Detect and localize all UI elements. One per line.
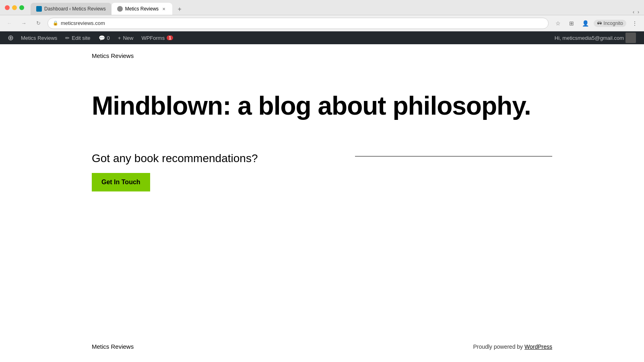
- edit-site-label: Edit site: [72, 35, 90, 41]
- url-text: meticsreviews.com: [61, 20, 105, 26]
- chevron-right-icon: ›: [638, 9, 639, 15]
- wp-site-name-label: Metics Reviews: [21, 35, 57, 41]
- minimize-window-button[interactable]: [12, 5, 17, 10]
- wpforms-badge: 1: [167, 35, 173, 40]
- close-window-button[interactable]: [5, 5, 10, 10]
- profile-icon[interactable]: 👤: [580, 18, 590, 29]
- footer-site-title: Metics Reviews: [92, 343, 134, 350]
- main-content: Mindblown: a blog about philosophy. Got …: [0, 68, 644, 307]
- tabs-bar: Dashboard ‹ Metics Reviews Metics Review…: [31, 0, 639, 15]
- back-button[interactable]: ←: [4, 18, 14, 29]
- powered-text: Proudly powered by: [473, 343, 524, 350]
- site-footer: Metics Reviews Proudly powered by WordPr…: [0, 331, 644, 362]
- wp-admin-bar: ⊕ Metics Reviews ✏ Edit site 💬 0 + New W…: [0, 31, 644, 44]
- cta-right: [322, 152, 552, 156]
- incognito-indicator: 🕶 Incognito: [594, 20, 626, 27]
- tab-label: Dashboard ‹ Metics Reviews: [44, 6, 106, 12]
- footer-powered-by: Proudly powered by WordPress: [473, 343, 552, 350]
- chevron-left-icon: ‹: [633, 9, 634, 15]
- comments-count: 0: [107, 35, 110, 41]
- wordpress-link[interactable]: WordPress: [524, 343, 552, 350]
- edit-site-icon: ✏: [65, 35, 70, 41]
- new-tab-button[interactable]: +: [174, 4, 185, 15]
- wp-logo-button[interactable]: ⊕: [4, 31, 17, 44]
- bookmarks-icon[interactable]: ☆: [553, 18, 563, 29]
- wp-comments[interactable]: 💬 0: [95, 31, 114, 44]
- wp-wpforms[interactable]: WPForms 1: [137, 31, 177, 44]
- horizontal-divider: [355, 156, 552, 156]
- user-greeting: Hi, meticsmedia5@gmail.com: [555, 35, 624, 41]
- wp-new[interactable]: + New: [114, 31, 138, 44]
- user-avatar[interactable]: [625, 33, 636, 43]
- tab-favicon: [36, 6, 42, 12]
- traffic-lights: [5, 5, 24, 10]
- lock-icon: 🔒: [53, 21, 58, 26]
- title-bar: Dashboard ‹ Metics Reviews Metics Review…: [0, 0, 644, 15]
- page-content: Metics Reviews Mindblown: a blog about p…: [0, 44, 644, 362]
- cta-heading: Got any book recommendations?: [92, 152, 322, 165]
- tab-label-active: Metics Reviews: [125, 6, 159, 12]
- tab-favicon-active: [117, 6, 123, 12]
- address-bar-right: ☆ ⊞ 👤 🕶 Incognito ⋮: [553, 18, 640, 29]
- site-title-link[interactable]: Metics Reviews: [92, 52, 134, 59]
- more-options-button[interactable]: ⋮: [630, 18, 640, 29]
- plus-icon: +: [118, 35, 121, 41]
- wp-bar-right: Hi, meticsmedia5@gmail.com: [551, 33, 640, 43]
- wpforms-label: WPForms: [141, 35, 165, 41]
- incognito-icon: 🕶: [597, 21, 602, 26]
- get-in-touch-button[interactable]: Get In Touch: [92, 173, 150, 191]
- url-bar[interactable]: 🔒 meticsreviews.com: [47, 18, 549, 29]
- hero-heading: Mindblown: a blog about philosophy.: [92, 92, 552, 120]
- cta-left: Got any book recommendations? Get In Tou…: [92, 152, 322, 191]
- site-header: Metics Reviews: [0, 44, 644, 68]
- tab-metics-reviews[interactable]: Metics Reviews ✕: [111, 3, 172, 15]
- incognito-label: Incognito: [603, 21, 623, 26]
- window-controls: ‹ ›: [633, 9, 639, 15]
- reload-button[interactable]: ↻: [33, 18, 43, 29]
- tab-close-button[interactable]: ✕: [161, 6, 167, 12]
- new-label: New: [123, 35, 133, 41]
- tab-dashboard[interactable]: Dashboard ‹ Metics Reviews: [31, 3, 111, 15]
- maximize-window-button[interactable]: [19, 5, 24, 10]
- address-bar: ← → ↻ 🔒 meticsreviews.com ☆ ⊞ 👤 🕶 Incogn…: [0, 15, 644, 31]
- comments-icon: 💬: [99, 35, 105, 41]
- wp-edit-site[interactable]: ✏ Edit site: [61, 31, 94, 44]
- grid-icon[interactable]: ⊞: [566, 18, 577, 29]
- wp-site-name[interactable]: Metics Reviews: [17, 31, 61, 44]
- forward-button[interactable]: →: [19, 18, 29, 29]
